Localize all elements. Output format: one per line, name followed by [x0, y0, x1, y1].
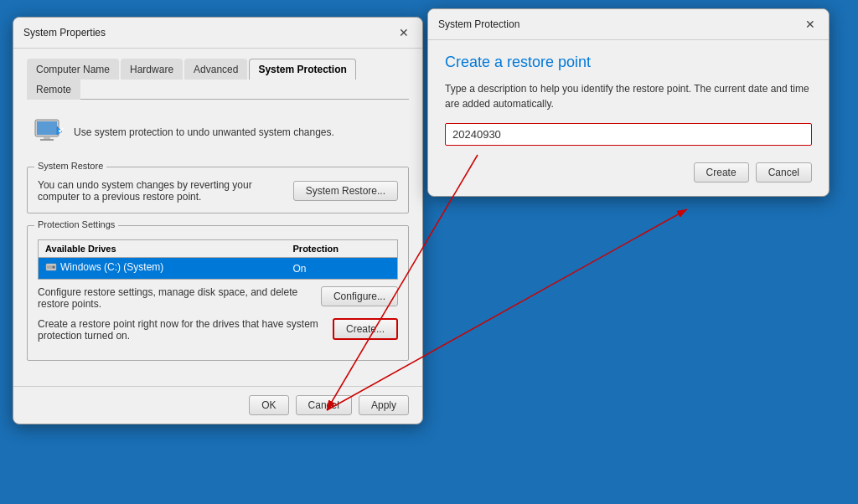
table-header-drives: Available Drives: [39, 240, 287, 258]
cancel-restore-button[interactable]: Cancel: [756, 162, 812, 183]
svg-rect-2: [44, 136, 50, 139]
hdd-icon: [45, 261, 57, 273]
table-row[interactable]: Windows (C:) (System) On: [39, 258, 398, 280]
create-restore-titlebar: System Protection ✕: [428, 9, 829, 40]
protection-settings-group: Protection Settings Available Drives Pro…: [27, 225, 409, 361]
create-restore-footer: Create Cancel: [445, 162, 812, 183]
system-restore-text: You can undo system changes by reverting…: [38, 179, 293, 203]
create-restore-point-dialog: System Protection ✕ Create a restore poi…: [427, 8, 830, 197]
configure-button[interactable]: Configure...: [321, 286, 398, 306]
svg-text:✔: ✔: [58, 126, 65, 135]
system-properties-footer: OK Cancel Apply: [13, 386, 422, 424]
table-header-protection: Protection: [287, 240, 398, 258]
tab-system-protection[interactable]: System Protection: [249, 59, 355, 80]
svg-rect-3: [40, 139, 54, 141]
tab-computer-name[interactable]: Computer Name: [27, 59, 119, 80]
svg-rect-1: [37, 121, 57, 135]
create-restore-point-button[interactable]: Create...: [333, 318, 398, 340]
cancel-button[interactable]: Cancel: [296, 395, 352, 415]
create-button[interactable]: Create: [694, 162, 749, 183]
apply-button[interactable]: Apply: [359, 395, 409, 415]
configure-text: Configure restore settings, manage disk …: [38, 286, 321, 310]
system-restore-label: System Restore: [34, 161, 106, 171]
system-properties-close-button[interactable]: ✕: [395, 24, 412, 41]
drive-protection: On: [287, 258, 398, 280]
protection-settings-label: Protection Settings: [34, 219, 118, 229]
computer-shield-icon: ✔: [34, 116, 65, 148]
create-restore-description: Type a description to help you identify …: [445, 81, 812, 111]
restore-point-description-input[interactable]: [445, 123, 812, 146]
create-restore-dialog-title: System Protection: [438, 18, 519, 30]
drive-icon: Windows (C:) (System): [45, 261, 163, 273]
create-row: Create a restore point right now for the…: [38, 318, 398, 342]
tab-hardware[interactable]: Hardware: [121, 59, 183, 80]
system-protection-intro-text: Use system protection to undo unwanted s…: [74, 126, 334, 138]
create-text: Create a restore point right now for the…: [38, 318, 333, 342]
drive-name: Windows (C:) (System): [39, 258, 287, 280]
system-restore-group: System Restore You can undo system chang…: [27, 167, 409, 213]
system-properties-dialog: System Properties ✕ Computer Name Hardwa…: [13, 17, 423, 424]
tab-advanced[interactable]: Advanced: [184, 59, 247, 80]
protection-settings-table: Available Drives Protection: [38, 239, 398, 280]
system-properties-tabs: Computer Name Hardware Advanced System P…: [27, 59, 409, 100]
system-properties-titlebar: System Properties ✕: [13, 18, 422, 49]
svg-point-8: [53, 266, 55, 269]
system-properties-title: System Properties: [23, 27, 106, 39]
ok-button[interactable]: OK: [249, 395, 288, 415]
system-restore-button[interactable]: System Restore...: [293, 181, 398, 201]
system-restore-row: You can undo system changes by reverting…: [38, 179, 398, 203]
system-protection-intro: ✔ Use system protection to undo unwanted…: [27, 110, 409, 155]
create-restore-close-button[interactable]: ✕: [802, 16, 819, 33]
create-restore-heading: Create a restore point: [445, 54, 812, 71]
system-properties-content: Computer Name Hardware Advanced System P…: [13, 49, 422, 383]
tab-remote[interactable]: Remote: [27, 79, 80, 100]
configure-row: Configure restore settings, manage disk …: [38, 286, 398, 310]
create-restore-content: Create a restore point Type a descriptio…: [428, 40, 829, 196]
